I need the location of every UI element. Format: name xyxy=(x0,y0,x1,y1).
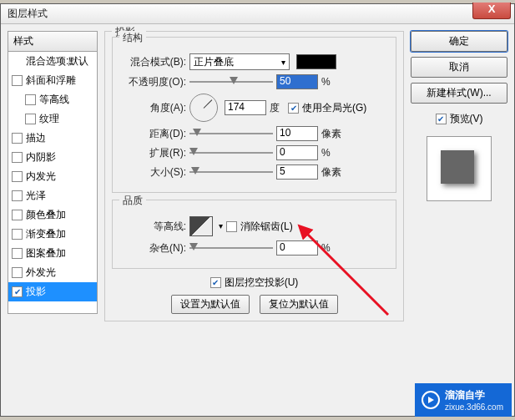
knockout-checkbox[interactable]: 图层挖空投影(U) xyxy=(210,276,299,290)
style-label: 颜色叠加 xyxy=(26,208,66,222)
style-item-texture[interactable]: 纹理 xyxy=(8,109,97,129)
style-item-color-overlay[interactable]: 颜色叠加 xyxy=(8,205,97,225)
preview-label: 预览(V) xyxy=(450,112,483,126)
cancel-button[interactable]: 取消 xyxy=(411,57,507,78)
contour-label: 等高线: xyxy=(121,220,186,234)
opacity-unit: % xyxy=(321,76,331,88)
close-button[interactable]: X xyxy=(472,3,511,19)
checkbox-icon[interactable] xyxy=(12,190,23,201)
action-buttons-panel: 确定 取消 新建样式(W)... 预览(V) xyxy=(411,31,507,409)
ok-button[interactable]: 确定 xyxy=(411,31,507,52)
angle-input[interactable]: 174 xyxy=(225,100,266,115)
group-title: 结构 xyxy=(119,31,146,45)
checkbox-icon[interactable] xyxy=(12,133,23,144)
noise-slider[interactable] xyxy=(189,241,273,255)
noise-row: 杂色(N): 0 % xyxy=(121,240,387,256)
blank-icon xyxy=(12,56,23,67)
style-item-inner-glow[interactable]: 内发光 xyxy=(8,167,97,186)
new-style-button[interactable]: 新建样式(W)... xyxy=(411,83,507,104)
noise-unit: % xyxy=(321,242,331,254)
blend-mode-row: 混合模式(B): 正片叠底 xyxy=(121,53,387,70)
spread-label: 扩展(R): xyxy=(121,146,186,160)
quality-group: 品质 等高线: 消除锯齿(L) 杂色(N): xyxy=(112,200,396,269)
style-item-stroke[interactable]: 描边 xyxy=(8,129,97,148)
set-default-button[interactable]: 设置为默认值 xyxy=(171,295,250,314)
checkbox-icon[interactable] xyxy=(12,171,23,182)
checkbox-icon xyxy=(436,114,447,124)
blend-mode-label: 混合模式(B): xyxy=(121,55,186,69)
drop-shadow-group: 投影 结构 混合模式(B): 正片叠底 不透明度(O): 50 % xyxy=(104,31,404,321)
style-label: 斜面和浮雕 xyxy=(26,73,76,88)
style-label: 等高线 xyxy=(39,93,69,107)
distance-slider[interactable] xyxy=(189,127,273,140)
spread-slider[interactable] xyxy=(189,146,273,159)
preview-thumbnail xyxy=(441,150,474,184)
style-label: 光泽 xyxy=(26,189,46,203)
opacity-input[interactable]: 50 xyxy=(276,74,318,89)
angle-dial[interactable] xyxy=(189,94,218,122)
reset-default-button[interactable]: 复位为默认值 xyxy=(260,295,338,314)
checkbox-icon[interactable] xyxy=(12,210,23,220)
contour-row: 等高线: 消除锯齿(L) xyxy=(121,216,387,236)
styles-panel: 样式 混合选项:默认 斜面和浮雕 等高线 纹理 xyxy=(8,31,98,409)
style-item-outer-glow[interactable]: 外发光 xyxy=(8,263,97,282)
style-label: 混合选项:默认 xyxy=(26,54,88,68)
angle-row: 角度(A): 174 度 使用全局光(G) xyxy=(121,94,387,122)
use-global-light[interactable]: 使用全局光(G) xyxy=(288,101,366,115)
styles-header[interactable]: 样式 xyxy=(8,31,98,51)
anti-alias-label: 消除锯齿(L) xyxy=(240,220,293,234)
checkbox-icon[interactable] xyxy=(25,94,36,105)
spread-input[interactable]: 0 xyxy=(276,145,318,160)
play-icon xyxy=(422,391,440,409)
checkbox-icon xyxy=(226,221,237,232)
checkbox-icon[interactable] xyxy=(12,75,23,86)
style-label: 渐变叠加 xyxy=(26,227,66,241)
checkbox-icon[interactable] xyxy=(12,267,23,278)
checkbox-icon[interactable] xyxy=(12,248,23,259)
size-label: 大小(S): xyxy=(121,165,186,180)
blend-mode-combo[interactable]: 正片叠底 xyxy=(189,53,290,70)
window-title: 图层样式 xyxy=(8,7,48,21)
checkbox-icon[interactable] xyxy=(12,286,23,297)
style-item-gradient-overlay[interactable]: 渐变叠加 xyxy=(8,225,97,244)
style-label: 投影 xyxy=(26,285,46,299)
opacity-slider[interactable] xyxy=(189,75,273,89)
titlebar[interactable]: 图层样式 X xyxy=(1,4,514,24)
style-item-blend-default[interactable]: 混合选项:默认 xyxy=(8,52,97,71)
style-item-drop-shadow[interactable]: 投影 xyxy=(8,282,97,301)
knockout-row: 图层挖空投影(U) xyxy=(112,276,396,290)
knockout-label: 图层挖空投影(U) xyxy=(225,276,299,290)
preview-checkbox[interactable]: 预览(V) xyxy=(411,112,507,126)
angle-unit: 度 xyxy=(270,101,280,115)
style-label: 内阴影 xyxy=(26,150,56,164)
checkbox-icon[interactable] xyxy=(12,229,23,240)
style-item-pattern-overlay[interactable]: 图案叠加 xyxy=(8,244,97,263)
color-swatch[interactable] xyxy=(296,54,336,69)
style-item-inner-shadow[interactable]: 内阴影 xyxy=(8,148,97,167)
layer-style-dialog: 图层样式 X 样式 混合选项:默认 斜面和浮雕 等高线 xyxy=(0,3,515,417)
size-unit: 像素 xyxy=(321,165,341,180)
distance-row: 距离(D): 10 像素 xyxy=(121,126,387,141)
style-item-contour[interactable]: 等高线 xyxy=(8,90,97,109)
checkbox-icon xyxy=(288,103,299,114)
contour-swatch[interactable] xyxy=(189,216,213,236)
style-item-bevel[interactable]: 斜面和浮雕 xyxy=(8,71,97,90)
style-label: 描边 xyxy=(26,131,46,145)
distance-unit: 像素 xyxy=(321,127,341,141)
distance-input[interactable]: 10 xyxy=(276,126,318,141)
dialog-content: 样式 混合选项:默认 斜面和浮雕 等高线 纹理 xyxy=(1,24,514,416)
style-label: 内发光 xyxy=(26,170,56,184)
size-slider[interactable] xyxy=(189,165,273,179)
anti-alias-checkbox[interactable]: 消除锯齿(L) xyxy=(226,220,293,234)
noise-input[interactable]: 0 xyxy=(276,240,318,256)
distance-label: 距离(D): xyxy=(121,127,186,141)
settings-panel: 投影 结构 混合模式(B): 正片叠底 不透明度(O): 50 % xyxy=(104,31,404,409)
size-input[interactable]: 5 xyxy=(276,164,318,180)
preview-box xyxy=(427,136,492,201)
checkbox-icon[interactable] xyxy=(12,152,23,163)
checkbox-icon[interactable] xyxy=(25,114,36,124)
watermark-sub: zixue.3d66.com xyxy=(445,402,503,412)
structure-group: 结构 混合模式(B): 正片叠底 不透明度(O): 50 % 角度(A): xyxy=(112,37,396,193)
style-item-satin[interactable]: 光泽 xyxy=(8,186,97,205)
spread-unit: % xyxy=(321,147,331,159)
